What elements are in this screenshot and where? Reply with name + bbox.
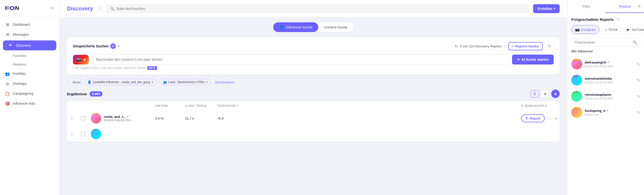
chevron-down-icon[interactable]: ▾: [118, 44, 120, 48]
verified-icon: ✓: [607, 60, 610, 64]
sidebar-item-overlaps[interactable]: ◎ Overlaps: [0, 79, 59, 88]
tab-label: Content-Suche: [324, 25, 347, 29]
list-view-button[interactable]: ☰: [531, 90, 539, 98]
sidebar-item-label: Messages: [13, 32, 29, 36]
sidebar-item-messages[interactable]: ✉ Messages: [0, 30, 59, 40]
channel-search-input[interactable]: [574, 40, 630, 44]
platform-tab-youtube[interactable]: ▶ YouTube: [623, 25, 644, 34]
grid-view-button[interactable]: ⊞: [541, 90, 549, 98]
avg-likes: 31,7 k: [185, 116, 217, 120]
platform-selector[interactable]: 📷 ▾: [73, 55, 89, 64]
sidebar-item-label: Discovery: [16, 44, 31, 48]
tab-filter[interactable]: Filter: [567, 0, 606, 13]
sidebar-item-discovery[interactable]: 👁 Discovery: [3, 40, 56, 50]
channel-search[interactable]: 🔍: [571, 38, 640, 46]
star-icon[interactable]: ☆: [548, 116, 551, 121]
buy-reports-button[interactable]: + Reports kaufen: [508, 42, 543, 50]
report-name: diefrauamgrill ✓: [585, 60, 634, 64]
ai-search-button[interactable]: ✦ AI Suche starten: [512, 54, 554, 64]
refresh-icon[interactable]: ↻: [637, 62, 640, 66]
refresh-icon[interactable]: ↻: [637, 110, 640, 115]
row-checkbox[interactable]: [81, 116, 85, 120]
content-input[interactable]: [92, 54, 509, 65]
tab-influencer-search[interactable]: 👤 Influencer-Suche: [273, 22, 318, 32]
row-actions: ↻ Report ☆ ⇥ ⊕ ⊞: [521, 114, 556, 122]
avatar: Makro: [91, 113, 101, 124]
saved-searches: Gespeicherte Suchen 17 ▾: [73, 44, 120, 49]
plus-icon: +: [512, 44, 514, 48]
search-tabs: 👤 Influencer-Suche Content-Suche: [273, 22, 353, 32]
sidebar-item-favorites[interactable]: Favorites: [0, 51, 59, 60]
report-item: Mikro asensioandsimba Report vom 24.02.2…: [571, 72, 640, 88]
search-icon: 🔍: [632, 40, 637, 44]
col-like-rate: Like-Rate: [155, 104, 185, 108]
search-input[interactable]: [116, 7, 526, 11]
tier-badge: Makro: [91, 113, 97, 114]
sidebar-item-label: Campaigning: [13, 92, 34, 96]
campaigning-icon: 📋: [5, 91, 10, 96]
tier-badge: Mikro: [571, 75, 577, 77]
like-rate: 5,4 %: [155, 116, 185, 120]
top-bar: Discovery ? 🔍 Erstellen ▾: [60, 0, 567, 17]
sidebar-item-relations[interactable]: Relations: [0, 60, 59, 69]
sidebar-item-label: Influencer Ads: [13, 102, 35, 106]
close-panel-icon[interactable]: ✕: [637, 4, 641, 9]
add-icon[interactable]: ⊕: [560, 116, 560, 121]
reports-info: ↻ 9 von 110 Discovery Reports ? + Report…: [455, 42, 554, 50]
influencer-handle: RANDA SHLBAYEH-...: [104, 118, 134, 122]
report-button[interactable]: ↻ Report: [521, 114, 545, 122]
help-icon[interactable]: ?: [616, 17, 620, 22]
main-content: Discovery ? 🔍 Erstellen ▾ 👤 Influencer-S…: [60, 0, 567, 195]
report-date: Report vom 24.02.2025: [585, 81, 634, 84]
sidebar-item-campaigning[interactable]: 📋 Campaigning: [0, 88, 59, 98]
messages-icon: ✉: [5, 32, 10, 37]
search-bar[interactable]: 🔍: [106, 4, 529, 13]
refresh-icon[interactable]: ↻: [545, 42, 554, 50]
report-name: christoskapitanis: [585, 93, 634, 96]
filter-chip-country[interactable]: 👥 Land : Deutschland (>70%) ×: [160, 79, 212, 86]
sidebar-item-portfolio[interactable]: 👥 Portfolio: [0, 69, 59, 79]
sidebar-close-icon[interactable]: ✕: [50, 6, 54, 11]
action-icons: ☆ ⇥ ⊕ ⊞: [548, 116, 560, 121]
tab-label: Influencer-Suche: [286, 25, 312, 29]
filter-chip-lookalike[interactable]: 👤 Lookalike Influencer : randa_and_the_g…: [84, 79, 157, 86]
reports-info-text: 9 von 110 Discovery Reports: [460, 44, 502, 48]
share-icon[interactable]: ⇥: [554, 116, 557, 121]
platform-tab-tiktok[interactable]: ♪ TikTok: [601, 25, 622, 34]
tier-badge: Nano: [91, 129, 96, 130]
help-icon[interactable]: ?: [504, 44, 506, 48]
chip-close-icon[interactable]: ×: [206, 80, 208, 84]
portfolio-icon: 👥: [5, 71, 10, 76]
refresh-icon[interactable]: ↻: [637, 78, 640, 82]
sidebar-item-label: Overlaps: [13, 82, 27, 86]
verified-icon: ✓: [126, 115, 129, 118]
beta-badge: BETA: [147, 66, 157, 70]
influencer-name: randa_and_t... ✓: [104, 115, 134, 118]
create-button[interactable]: Erstellen ▾: [533, 4, 560, 13]
help-icon[interactable]: ?: [97, 6, 102, 12]
tab-content-search[interactable]: Content-Suche: [318, 22, 353, 32]
platform-tab-instagram[interactable]: 📷 Instagram: [571, 25, 599, 34]
row-checkbox[interactable]: [81, 132, 85, 136]
columns-icon: ⊟: [521, 104, 524, 108]
row-number: 2: [71, 132, 81, 136]
sidebar-item-influencer-ads[interactable]: 🎯 Influencer Ads: [0, 98, 59, 108]
content-input-row: 📷 ▾ ✦ AI Suche starten: [73, 54, 554, 65]
refresh-icon[interactable]: ↻: [637, 94, 640, 99]
right-panel: Filter Reports ✕ Freigeschaltete Reports…: [567, 0, 644, 195]
chevron-down-icon: ▾: [83, 57, 85, 62]
influencer-ads-icon: 🎯: [5, 101, 10, 106]
col-column-view[interactable]: ⊟ Spaltenansicht ▾: [521, 104, 556, 108]
reset-button[interactable]: Zurücksetzen: [215, 80, 234, 84]
favorites-view-button[interactable]: ★: [551, 90, 560, 98]
search-box: Gespeicherte Suchen 17 ▾ ↻ 9 von 110 Dis…: [67, 37, 560, 75]
report-date: Report vom ...: [585, 113, 634, 116]
instagram-icon: 📷: [575, 27, 580, 32]
chip-label: Land : Deutschland (>70%): [168, 80, 205, 84]
report-avatar: Mid-Tier: [571, 58, 582, 70]
sidebar-item-dashboard[interactable]: ⊞ Dashboard: [0, 20, 59, 30]
filters-row: ☆ Muss: 👤 Lookalike Influencer : randa_a…: [67, 79, 560, 86]
sidebar-item-label: Relations: [13, 62, 26, 66]
chip-close-icon[interactable]: ×: [152, 80, 153, 84]
chip-label: Lookalike Influencer : randa_and_the_gan…: [93, 80, 150, 84]
